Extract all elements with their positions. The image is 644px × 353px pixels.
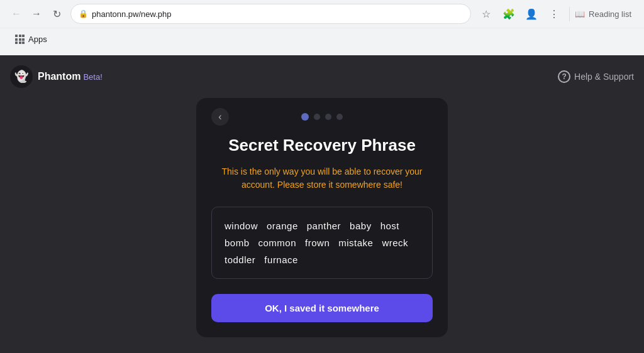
grid-icon <box>15 35 25 44</box>
apps-label: Apps <box>28 35 47 44</box>
forward-button[interactable]: → <box>28 5 45 23</box>
ok-saved-button[interactable]: OK, I saved it somewhere <box>211 294 433 322</box>
phantom-icon: 👻 <box>10 65 33 88</box>
phrase-box: window orange panther baby host bomb com… <box>211 207 433 279</box>
top-bar: 👻 PhantomBeta! ? Help & Support <box>10 65 634 88</box>
dot-1 <box>301 113 309 121</box>
help-support-label: Help & Support <box>574 72 634 82</box>
extensions-button[interactable]: 🧩 <box>499 4 519 24</box>
help-support-button[interactable]: ? Help & Support <box>558 70 634 83</box>
reading-list-icon: 📖 <box>575 9 585 19</box>
back-button[interactable]: ← <box>8 5 25 23</box>
profile-button[interactable]: 👤 <box>521 4 541 24</box>
menu-button[interactable]: ⋮ <box>544 4 564 24</box>
card-subtitle: This is the only way you will be able to… <box>211 165 433 192</box>
dot-3 <box>325 114 331 120</box>
card-title: Secret Recovery Phrase <box>228 136 416 155</box>
toolbar-actions: ☆ 🧩 👤 ⋮ 📖 Reading list <box>476 4 636 24</box>
dot-2 <box>314 114 320 120</box>
reading-list-section[interactable]: 📖 Reading list <box>569 7 636 21</box>
page-content: 👻 PhantomBeta! ? Help & Support ‹ Secret… <box>0 55 644 353</box>
phantom-name: PhantomBeta! <box>38 71 103 82</box>
modal-card: ‹ Secret Recovery Phrase This is the onl… <box>196 98 448 337</box>
nav-buttons: ← → ↻ <box>8 5 65 23</box>
bookmark-button[interactable]: ☆ <box>476 4 496 24</box>
apps-button[interactable]: Apps <box>10 32 52 46</box>
reading-list-label: Reading list <box>589 9 631 19</box>
progress-dots: ‹ <box>211 113 433 121</box>
back-button[interactable]: ‹ <box>211 108 229 126</box>
lock-icon: 🔒 <box>79 9 88 18</box>
help-icon: ? <box>558 70 570 83</box>
address-bar-container[interactable]: 🔒 <box>70 4 471 24</box>
dot-4 <box>336 114 343 120</box>
phantom-logo: 👻 PhantomBeta! <box>10 65 103 88</box>
reload-button[interactable]: ↻ <box>48 5 65 23</box>
bookmarks-bar: Apps <box>0 28 644 50</box>
address-bar[interactable] <box>92 9 463 19</box>
browser-chrome: ← → ↻ 🔒 ☆ 🧩 👤 ⋮ 📖 Reading list App <box>0 0 644 55</box>
browser-toolbar: ← → ↻ 🔒 ☆ 🧩 👤 ⋮ 📖 Reading list <box>0 0 644 28</box>
